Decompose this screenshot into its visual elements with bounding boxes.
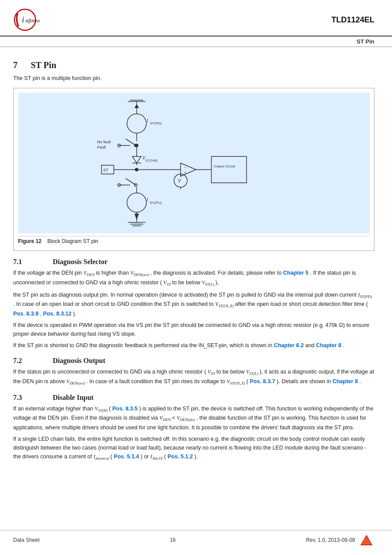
main-content: 7 ST Pin The ST pin is a multiple functi…	[0, 47, 392, 473]
sub-header: ST Pin	[0, 36, 392, 47]
figure-label: Figure 12	[18, 238, 41, 244]
svg-point-47	[135, 168, 138, 171]
pos514-link[interactable]: Pos. 5.1.4	[114, 453, 139, 460]
footer-page-number: 16	[170, 537, 175, 543]
chapter8-link-71[interactable]: Chapter 8	[316, 342, 341, 348]
section71-para2: the ST pin acts as diagnosis output pin.…	[13, 290, 374, 319]
svg-text:V: V	[178, 178, 181, 183]
svg-text:ST(THR): ST(THR)	[145, 159, 158, 163]
svg-line-31	[126, 178, 136, 185]
svg-text:No fault: No fault	[97, 140, 111, 144]
section71-para4: If the ST pin is shorted to GND the diag…	[13, 341, 374, 350]
section71-para1: If the voltage at the DEN pin VDEN is hi…	[13, 268, 374, 288]
svg-text:i: i	[22, 15, 24, 24]
svg-text:ST(PU): ST(PU)	[150, 201, 162, 205]
section71-number: 7.1	[13, 258, 40, 266]
footer-logo-icon	[359, 533, 374, 547]
section73-name: Disable Input	[53, 394, 94, 402]
section7-intro: The ST pin is a multiple function pin.	[13, 74, 374, 83]
chapter8-link-72[interactable]: Chapter 8	[333, 378, 358, 385]
section72-number: 7.2	[13, 357, 40, 365]
section72-name: Diagnosis Output	[53, 357, 105, 365]
svg-text:–: –	[184, 165, 186, 170]
logo-area: i nfineon	[13, 8, 40, 32]
chapter62-link[interactable]: Chapter 6.2	[274, 342, 304, 348]
section72-title: 7.2 Diagnosis Output	[13, 357, 374, 365]
svg-rect-28	[211, 156, 247, 183]
svg-text:ST(PD): ST(PD)	[150, 121, 162, 125]
svg-text:I: I	[147, 118, 148, 123]
section73-para2: If a single LED chain fails, the entire …	[13, 435, 374, 462]
svg-point-3	[127, 114, 146, 133]
footer-left: Data Sheet	[13, 537, 40, 543]
page-header: i nfineon TLD1124EL	[0, 0, 392, 36]
block-diagram-svg: I ST(PD) No fault Fault	[84, 99, 304, 227]
chapter5-link[interactable]: Chapter 5	[283, 270, 309, 276]
section71-title: 7.1 Diagnosis Selector	[13, 258, 374, 266]
infineon-logo-icon: i nfineon	[13, 8, 40, 32]
svg-text:ST: ST	[103, 168, 109, 172]
figure-description: Block Diagram ST pin	[47, 238, 98, 244]
svg-marker-17	[132, 156, 141, 163]
svg-marker-5	[134, 104, 139, 108]
footer-right: Rev. 1.0, 2013-08-08	[306, 537, 355, 543]
pos835-link[interactable]: Pos. 8.3.5	[113, 406, 138, 412]
pos839-link[interactable]: Pos. 8.3.9	[13, 311, 39, 317]
sub-header-text: ST Pin	[357, 38, 374, 45]
product-title: TLD1124EL	[331, 15, 374, 25]
section73-title: 7.3 Disable Input	[13, 394, 374, 402]
section7-name: ST Pin	[31, 60, 56, 70]
svg-text:Fault: Fault	[97, 145, 106, 149]
pos837-link[interactable]: Pos. 8.3.7	[250, 378, 275, 385]
pos8312-link[interactable]: Pos. 8.3.12	[43, 311, 72, 317]
diagram-container: I ST(PD) No fault Fault	[13, 88, 374, 251]
pos512-link[interactable]: Pos. 5.1.2	[167, 453, 193, 460]
svg-text:nfineon: nfineon	[25, 17, 40, 24]
svg-text:I: I	[147, 197, 148, 202]
figure-caption: Figure 12 Block Diagram ST pin	[18, 236, 370, 246]
diagram-inner: I ST(PD) No fault Fault	[18, 93, 370, 233]
section71-name: Diagnosis Selector	[53, 258, 108, 266]
section73-number: 7.3	[13, 394, 40, 402]
svg-point-34	[127, 193, 146, 212]
svg-line-11	[126, 139, 136, 145]
section7-title: 7 ST Pin	[13, 60, 374, 70]
section7-number: 7	[13, 60, 18, 70]
section71-para3: If the device is operated in PWM operati…	[13, 321, 374, 338]
svg-text:+: +	[184, 170, 186, 175]
svg-marker-56	[361, 537, 372, 544]
page-footer: Data Sheet 16 Rev. 1.0, 2013-08-08	[0, 530, 392, 547]
section72-para1: If the status pin is unconnected or conn…	[13, 367, 374, 387]
svg-text:Output Circuit: Output Circuit	[214, 164, 236, 168]
section73-para1: If an external voltage higher than VST(H…	[13, 404, 374, 432]
